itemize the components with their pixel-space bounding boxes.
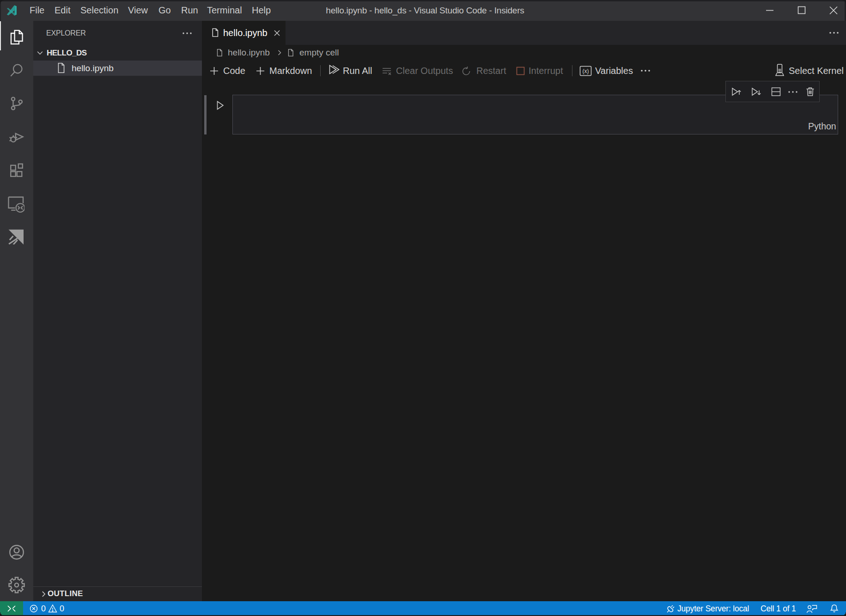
svg-text:(x): (x): [583, 68, 589, 74]
